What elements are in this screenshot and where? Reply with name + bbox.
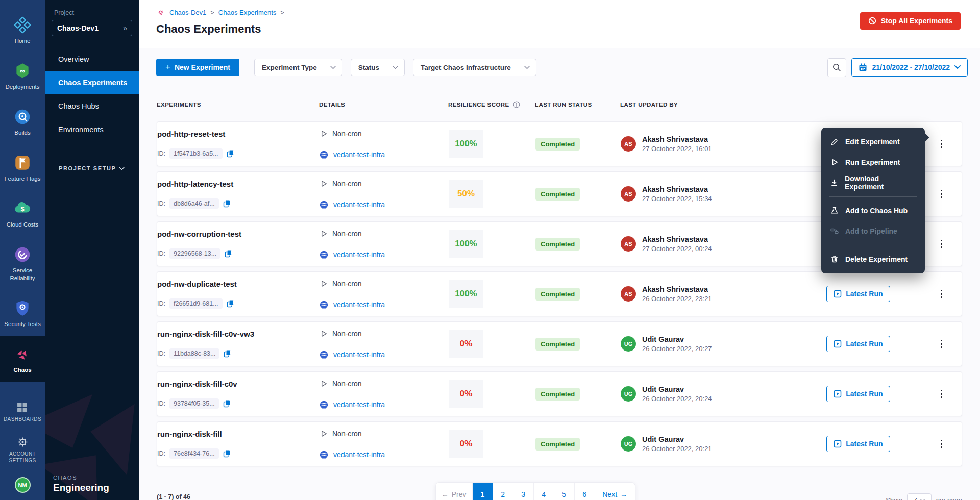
sidebar-account-settings[interactable]: ACCOUNT SETTINGS xyxy=(5,437,40,464)
menu-item-delete-experiment[interactable]: Delete Experiment xyxy=(821,249,925,269)
filter-target-infrastructure[interactable]: Target Chaos Infrastructure xyxy=(413,59,536,76)
sidebar-module-builds[interactable]: Builds xyxy=(0,99,45,145)
latest-run-button[interactable]: Latest Run xyxy=(826,386,890,402)
latest-run-button[interactable]: Latest Run xyxy=(826,436,890,452)
project-selector[interactable]: Chaos-Dev1 » xyxy=(52,20,132,36)
user-name: Akash Shrivastava xyxy=(642,235,712,243)
expand-icon[interactable]: » xyxy=(123,24,127,32)
date-range-button[interactable]: 21/10/2022 - 27/10/2022 xyxy=(851,58,968,77)
infrastructure-link[interactable]: vedant-test-infra xyxy=(333,301,385,309)
menu-item-label: Delete Experiment xyxy=(845,255,908,263)
menu-item-edit-experiment[interactable]: Edit Experiment xyxy=(821,132,925,152)
pager: ←Prev 1 2 3 4 5 6 Next→ xyxy=(435,482,635,500)
menu-item-download-experiment[interactable]: Download Experiment xyxy=(821,172,925,193)
filter-experiment-type[interactable]: Experiment Type xyxy=(254,59,342,76)
page-button-1[interactable]: 1 xyxy=(473,482,493,500)
menu-item-add-to-chaos-hub[interactable]: Add to Chaos Hub xyxy=(821,201,925,221)
experiment-name[interactable]: run-nginx-disk-fill-c0v xyxy=(157,380,237,388)
row-menu-button[interactable] xyxy=(938,337,945,351)
status-badge: Completed xyxy=(535,138,580,151)
infrastructure-link[interactable]: vedant-test-infra xyxy=(333,201,385,209)
sidebar-module-chaos[interactable]: Chaos xyxy=(0,336,45,382)
infrastructure-link[interactable]: vedant-test-infra xyxy=(333,151,385,159)
menu-item-run-experiment[interactable]: Run Experiment xyxy=(821,152,925,172)
user-avatar[interactable]: NM xyxy=(15,477,31,493)
page-size-select[interactable]: 7 xyxy=(907,493,932,500)
kubernetes-icon xyxy=(320,200,328,209)
user-avatar: UG xyxy=(621,386,636,402)
infrastructure-line: vedant-test-infra xyxy=(320,300,385,309)
new-experiment-button[interactable]: + New Experiment xyxy=(156,59,239,76)
page-button-4[interactable]: 4 xyxy=(534,482,554,500)
menu-item-add-to-pipeline[interactable]: Add to Pipeline xyxy=(821,221,925,241)
nav-item-overview[interactable]: Overview xyxy=(45,47,139,71)
row-menu-button[interactable] xyxy=(938,387,945,401)
copy-icon[interactable] xyxy=(223,399,231,408)
user-name: Akash Shrivastava xyxy=(642,285,712,293)
search-button[interactable] xyxy=(827,58,846,77)
deployments-icon: ∞ xyxy=(13,62,32,80)
stop-all-experiments-button[interactable]: Stop All Experiments xyxy=(860,12,961,30)
experiment-name[interactable]: run-nginx-disk-fill xyxy=(157,430,222,438)
experiment-name[interactable]: pod-http-reset-test xyxy=(157,130,225,138)
status-badge: Completed xyxy=(535,338,580,351)
experiment-name[interactable]: run-nginx-disk-fill-c0v-vw3 xyxy=(157,330,254,338)
row-menu-button[interactable] xyxy=(938,437,945,451)
row-menu-button[interactable] xyxy=(938,187,945,201)
sidebar-module-cloud-costs[interactable]: $ Cloud Costs xyxy=(0,191,45,237)
chaos-icon xyxy=(13,345,32,363)
experiment-row: run-nginx-disk-fill-c0v ID: 93784f05-35.… xyxy=(157,371,962,416)
latest-run-button[interactable]: Latest Run xyxy=(826,286,890,302)
sidebar-dashboards[interactable]: DASHBOARDS xyxy=(4,402,41,422)
copy-icon[interactable] xyxy=(225,249,232,258)
sidebar-module-deployments[interactable]: ∞ Deployments xyxy=(0,53,45,99)
copy-icon[interactable] xyxy=(227,149,234,158)
infrastructure-link[interactable]: vedant-test-infra xyxy=(333,351,385,359)
experiment-name[interactable]: pod-nw-corruption-test xyxy=(157,230,241,238)
copy-icon[interactable] xyxy=(223,199,231,208)
user-avatar: AS xyxy=(621,286,636,302)
experiment-name[interactable]: pod-nw-duplicate-test xyxy=(157,280,237,288)
project-setup-toggle[interactable]: PROJECT SETUP xyxy=(45,152,139,171)
info-icon[interactable] xyxy=(513,101,520,108)
infrastructure-link[interactable]: vedant-test-infra xyxy=(333,401,385,409)
sidebar-module-feature-flags[interactable]: Feature Flags xyxy=(0,145,45,191)
infrastructure-link[interactable]: vedant-test-infra xyxy=(333,251,385,259)
chevron-down-icon xyxy=(330,66,336,69)
page-button-3[interactable]: 3 xyxy=(513,482,534,500)
copy-icon[interactable] xyxy=(224,349,231,358)
latest-run-button[interactable]: Latest Run xyxy=(826,336,890,352)
page-button-2[interactable]: 2 xyxy=(493,482,513,500)
nav-item-environments[interactable]: Environments xyxy=(45,118,139,141)
nav-item-chaos-experiments[interactable]: Chaos Experiments xyxy=(45,71,139,94)
row-menu-button[interactable] xyxy=(938,287,945,301)
filter-status[interactable]: Status xyxy=(351,59,405,76)
breadcrumb-separator: > xyxy=(210,9,214,16)
breadcrumb-project[interactable]: Chaos-Dev1 xyxy=(169,9,206,16)
sidebar-module-security-tests[interactable]: Security Tests xyxy=(0,290,45,336)
experiment-name[interactable]: pod-http-latency-test xyxy=(157,180,233,188)
pipeline-icon xyxy=(830,227,839,235)
brand-top: CHAOS xyxy=(53,474,109,481)
copy-icon[interactable] xyxy=(227,299,234,308)
chaos-hub-icon xyxy=(830,207,839,215)
user-meta: Udit Gaurav 26 October 2022, 20:24 xyxy=(642,385,712,403)
nav-item-chaos-hubs[interactable]: Chaos Hubs xyxy=(45,94,139,118)
page-button-5[interactable]: 5 xyxy=(554,482,575,500)
copy-icon[interactable] xyxy=(223,449,231,458)
filter-label: Target Chaos Infrastructure xyxy=(421,64,511,71)
per-page-label: per page xyxy=(936,496,962,500)
sidebar-module-home[interactable]: Home xyxy=(0,7,45,53)
sidebar-module-service-reliability[interactable]: Service Reliability xyxy=(0,237,45,290)
infrastructure-link[interactable]: vedant-test-infra xyxy=(333,451,385,459)
prev-page-button[interactable]: ←Prev xyxy=(436,482,473,500)
user-name: Udit Gaurav xyxy=(642,435,712,443)
table-header: EXPERIMENTS DETAILS RESILIENCE SCORE LAS… xyxy=(157,101,962,108)
breadcrumb-page[interactable]: Chaos Experiments xyxy=(218,9,276,16)
row-menu-button[interactable] xyxy=(938,137,945,151)
next-page-button[interactable]: Next→ xyxy=(595,482,635,500)
updated-date: 27 October 2022, 00:24 xyxy=(642,245,712,253)
play-outline-icon xyxy=(320,280,327,288)
page-button-6[interactable]: 6 xyxy=(575,482,595,500)
row-menu-button[interactable] xyxy=(938,237,945,251)
